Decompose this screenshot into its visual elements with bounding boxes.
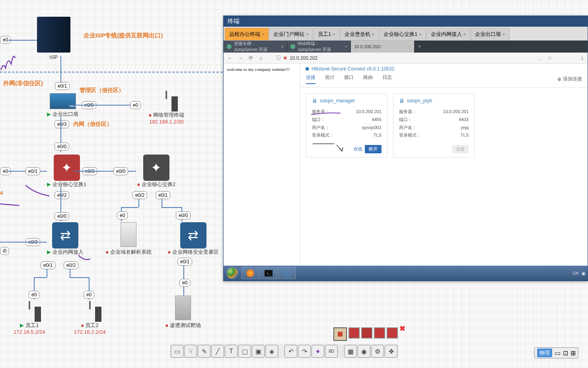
address-field[interactable]: ✖10.0.200.202	[276, 55, 317, 61]
core-switch-2-node[interactable]: ✦ 企业核心交换2	[137, 155, 175, 188]
terminal-tab[interactable]: 企业门户网站×	[269, 28, 313, 40]
close-icon[interactable]: ×	[345, 44, 347, 49]
mode-icon[interactable]: ⊞	[570, 349, 576, 357]
home-icon[interactable]: ⌂	[258, 55, 264, 61]
nav-interface[interactable]: 接口	[344, 74, 354, 84]
tool-pointer[interactable]: ☟	[184, 345, 197, 358]
security-zone-node[interactable]: ⇄ 企业网络安全竞赛区	[168, 222, 219, 256]
close-icon[interactable]: ×	[419, 32, 421, 37]
port-label: e0/1	[25, 167, 40, 175]
close-icon[interactable]: ×	[306, 32, 308, 37]
tool-eraser[interactable]: ◈	[265, 345, 278, 358]
tool-pen[interactable]: ✎	[198, 345, 210, 358]
browser-tab[interactable]: 10.0.200.202/×	[351, 41, 415, 53]
color-swatch[interactable]	[349, 327, 360, 339]
close-icon[interactable]: ×	[281, 44, 284, 49]
new-tab-button[interactable]: +	[415, 43, 424, 50]
tool-line[interactable]: ╱	[211, 345, 224, 358]
tool-stamp[interactable]: ▣	[252, 345, 265, 358]
start-button[interactable]	[224, 266, 241, 281]
terminal-title-bar[interactable]: 终端	[224, 16, 588, 27]
nav-stats[interactable]: 统计	[325, 74, 335, 84]
tool-undo[interactable]: ↶	[284, 345, 297, 358]
vpn-connection-card[interactable]: sslvpn_manager 服务器：10.0.200.201 端口：4455 …	[306, 93, 387, 158]
color-swatch[interactable]	[387, 327, 398, 339]
disconnect-button[interactable]: 断开	[365, 145, 382, 153]
close-icon[interactable]: ×	[463, 32, 466, 37]
windows-orb-icon	[227, 268, 238, 279]
port-label: e0/1	[156, 191, 170, 199]
nav-connection[interactable]: 连接	[306, 74, 315, 84]
download-icon[interactable]: ⤓	[580, 55, 584, 61]
nav-route[interactable]: 路由	[363, 74, 373, 84]
connector	[70, 277, 89, 278]
terminal-tab[interactable]: 企业内网接入×	[426, 28, 470, 40]
windows-taskbar[interactable]: >_ H CH▣	[224, 266, 588, 281]
value-user: qyxxjx001	[362, 124, 382, 132]
color-swatch[interactable]	[333, 327, 347, 341]
vpn-connection-card[interactable]: sslvpn_ptyh 服务器：10.0.200.201 端口：4433 用户名…	[393, 93, 475, 158]
tool-layers[interactable]: ◉	[358, 345, 370, 358]
port-label: e0	[117, 211, 128, 219]
hillstone-icon: H	[283, 269, 291, 277]
add-connection-button[interactable]: 添加连接	[557, 74, 582, 84]
browser-tab[interactable]: 连接令牌 - JumpServer 开源×	[224, 41, 287, 53]
value-port: 4433	[459, 116, 469, 124]
dns-node[interactable]: 企业域名解析系统	[106, 222, 152, 256]
connect-button[interactable]: 连接	[452, 145, 469, 153]
color-swatch[interactable]	[361, 327, 372, 339]
mode-icon[interactable]: ⊡	[563, 349, 568, 357]
switch-icon: ✦	[143, 155, 169, 181]
mode-label[interactable]: 物理	[537, 348, 552, 357]
close-x-icon[interactable]: ✖	[399, 324, 405, 333]
close-icon[interactable]: ×	[262, 32, 264, 37]
taskbar-cmd[interactable]: >_	[260, 267, 277, 279]
more-icon[interactable]: …	[538, 55, 543, 61]
target-node[interactable]: 渗透测试靶场	[165, 296, 201, 329]
connector	[162, 199, 162, 207]
back-icon[interactable]: ←	[227, 55, 233, 61]
tool-expand[interactable]: ✥	[385, 345, 397, 358]
tray-icon[interactable]: ▣	[582, 271, 585, 276]
tool-select[interactable]: ▭	[171, 345, 183, 358]
terminal-tab[interactable]: 远程办公终端×	[225, 28, 269, 40]
employee2-node[interactable]: 员工2 172.16.2.2/24	[74, 302, 106, 335]
core1-label: 企业核心交换1	[53, 181, 86, 187]
close-icon[interactable]: ×	[409, 44, 411, 49]
mgmt-terminal-node[interactable]: 网络管理终端 192.168.1.2/30	[149, 92, 184, 125]
port-label: e0/1	[41, 261, 55, 269]
tool-text[interactable]: T	[225, 345, 238, 358]
firewall-node[interactable]: 企业出口墙	[47, 93, 78, 118]
close-icon[interactable]: ×	[372, 32, 374, 37]
label-mode: 登录模式：	[399, 131, 421, 139]
close-icon[interactable]: ×	[333, 32, 335, 37]
tool-settings[interactable]: ⚙	[371, 345, 384, 358]
tool-size[interactable]: 80	[325, 345, 338, 358]
zone-divider-dashed	[0, 72, 223, 72]
terminal-tab[interactable]: 员工1×	[313, 28, 340, 40]
terminal-tab[interactable]: 企业核心交换1×	[379, 28, 426, 40]
tool-redo[interactable]: ↷	[298, 345, 311, 358]
close-icon[interactable]: ×	[502, 32, 505, 37]
cmd-icon: >_	[265, 270, 273, 276]
reload-icon[interactable]: ⟳	[247, 55, 254, 61]
value-server: 10.0.200.201	[443, 108, 469, 116]
employee1-node[interactable]: 员工1 172.16.5.2/24	[14, 302, 45, 335]
forward-icon[interactable]: →	[237, 55, 243, 61]
system-tray[interactable]: CH▣	[570, 270, 588, 276]
label-server: 服务器：	[312, 108, 329, 116]
isp-node[interactable]: ISP	[37, 17, 70, 60]
star-icon[interactable]: ☆	[547, 55, 552, 61]
color-swatch[interactable]	[374, 327, 385, 339]
taskbar-firefox[interactable]	[241, 267, 259, 279]
mode-icon[interactable]: ▭	[555, 349, 561, 357]
browser-tab[interactable]: Web终端 - JumpServer 开源×	[287, 41, 351, 53]
access-switch-node[interactable]: ⇄ 企业内网接入	[47, 222, 84, 256]
nav-log[interactable]: 日志	[382, 74, 392, 84]
tool-rect[interactable]: ▢	[238, 345, 251, 358]
terminal-tab[interactable]: 企业堡垒机×	[340, 28, 379, 40]
taskbar-hillstone[interactable]: H	[278, 267, 296, 279]
tool-color[interactable]: ●	[312, 345, 324, 358]
terminal-tab[interactable]: 企业出口墙×	[471, 28, 509, 40]
tool-grid[interactable]: ▦	[344, 345, 357, 358]
